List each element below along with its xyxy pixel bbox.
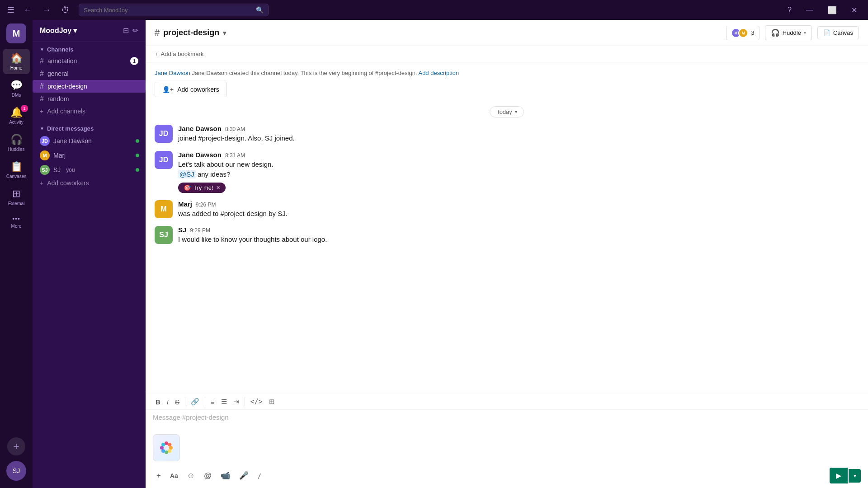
channel-item-general[interactable]: # general	[33, 67, 146, 80]
minimize-button[interactable]: —	[802, 4, 817, 16]
channel-item-annotation[interactable]: # annotation 1	[33, 55, 146, 67]
text-format-button[interactable]: Aa	[166, 470, 182, 481]
compose-button[interactable]: ✏	[132, 26, 138, 35]
dms-icon: 💬	[10, 80, 23, 91]
emoji-button[interactable]: ☺	[184, 469, 198, 482]
dms-section-label: Direct messages	[47, 125, 94, 132]
dm-item-jane[interactable]: JD Jane Dawson	[33, 134, 146, 148]
sidebar-item-huddles[interactable]: 🎧 Huddles	[3, 130, 30, 155]
sidebar-item-dms[interactable]: 💬 DMs	[3, 76, 30, 101]
sidebar-item-canvases[interactable]: 📋 Canvases	[3, 157, 30, 183]
indent-button[interactable]: ⇥	[231, 396, 242, 408]
channel-name: project-design	[47, 83, 87, 90]
sidebar-item-more[interactable]: ••• More	[3, 211, 30, 232]
back-button[interactable]: ←	[20, 4, 35, 17]
plus-icon: +	[40, 179, 43, 187]
dms-section-header[interactable]: ▼ Direct messages	[33, 121, 146, 134]
status-dot-sj	[136, 168, 139, 172]
send-button[interactable]: ▶	[830, 468, 848, 483]
today-pill[interactable]: Today ▾	[490, 106, 524, 117]
message-avatar-m1: JD	[155, 125, 173, 143]
video-button[interactable]: 📹	[217, 469, 234, 482]
dm-item-sj[interactable]: SJ SJ you	[33, 163, 146, 177]
canvas-icon: 📄	[823, 29, 830, 36]
message-author-m3[interactable]: Marj	[178, 200, 192, 208]
canvas-button[interactable]: 📄 Canvas	[817, 26, 859, 39]
ordered-list-button[interactable]: ≡	[208, 396, 217, 408]
channel-name: annotation	[47, 57, 77, 65]
add-coworkers-button[interactable]: 👤+ Add coworkers	[155, 82, 227, 97]
mic-button[interactable]: 🎤	[236, 469, 252, 482]
message-author-m4[interactable]: SJ	[178, 226, 186, 234]
strikethrough-button[interactable]: S	[172, 396, 182, 408]
plus-icon: +	[40, 108, 43, 115]
mention-sj[interactable]: @SJ	[178, 170, 196, 178]
reaction-chip-m2[interactable]: 🎯 Try me! ✕	[178, 183, 226, 193]
sidebar-item-activity[interactable]: 1 🔔 Activity	[3, 103, 30, 128]
channels-section-header[interactable]: ▼ Channels	[33, 42, 146, 55]
message-header-m3: Marj 9:26 PM	[178, 200, 859, 208]
channel-header: # project-design ▾ JD M 3 🎧 Huddle ▾	[146, 20, 868, 46]
today-divider: Today ▾	[155, 106, 859, 117]
bottom-toolbar-left: + Aa ☺ @ 📹 🎤 /	[153, 469, 265, 482]
members-button[interactable]: JD M 3	[726, 26, 759, 40]
table-button[interactable]: ⊞	[266, 396, 278, 408]
add-bookmark-button[interactable]: + Add a bookmark	[155, 51, 203, 57]
link-button[interactable]: 🔗	[188, 396, 202, 408]
hamburger-icon[interactable]: ☰	[7, 5, 14, 15]
send-dropdown-button[interactable]: ▾	[849, 469, 861, 483]
mention-button[interactable]: @	[200, 469, 215, 482]
code-button[interactable]: </>	[248, 396, 265, 408]
sidebar-item-home[interactable]: 🏠 Home	[3, 49, 30, 74]
shortcut-button[interactable]: /	[254, 470, 265, 481]
message-author-m2[interactable]: Jane Dawson	[178, 151, 222, 159]
sidebar-item-external[interactable]: ⊞ External	[3, 184, 30, 210]
channel-name-heading: project-design	[163, 28, 219, 38]
add-channels-button[interactable]: + Add channels	[33, 105, 146, 117]
channel-item-project-design[interactable]: # project-design	[33, 80, 146, 93]
workspace-name[interactable]: MoodJoy ▾	[40, 26, 77, 35]
add-workspace-button[interactable]: +	[7, 437, 25, 455]
hash-icon: #	[40, 70, 44, 78]
filter-button[interactable]: ⊟	[123, 26, 129, 35]
italic-button[interactable]: I	[164, 396, 171, 408]
maximize-button[interactable]: ⬜	[824, 4, 840, 16]
channel-item-random[interactable]: # random	[33, 93, 146, 105]
message-input[interactable]: Message #project-design	[146, 410, 868, 432]
workspace-logo[interactable]: M	[6, 23, 26, 43]
close-button[interactable]: ✕	[848, 4, 861, 16]
status-dot-jane	[136, 139, 139, 143]
channel-title: # project-design ▾	[155, 28, 226, 38]
search-bar[interactable]: 🔍	[79, 4, 269, 16]
user-avatar[interactable]: SJ	[6, 461, 26, 481]
unordered-list-button[interactable]: ☰	[218, 396, 230, 408]
message-text-m1: joined #project-design. Also, SJ joined.	[178, 133, 859, 144]
channels-collapse-arrow: ▼	[40, 47, 44, 52]
dm-item-marj[interactable]: M Marj	[33, 148, 146, 163]
message-content-m3: Marj 9:26 PM was added to #project-desig…	[178, 200, 859, 219]
home-label: Home	[10, 66, 23, 70]
help-button[interactable]: ?	[784, 4, 795, 16]
reaction-icon: 🎯	[184, 184, 191, 191]
message-m3: M Marj 9:26 PM was added to #project-des…	[155, 200, 859, 219]
add-description-link[interactable]: Add description	[418, 70, 459, 76]
members-avatars: JD M	[731, 28, 748, 38]
add-coworkers-sidebar-button[interactable]: + Add coworkers	[33, 177, 146, 189]
canvases-icon: 📋	[10, 161, 23, 173]
separator-3	[245, 397, 245, 406]
huddle-button[interactable]: 🎧 Huddle ▾	[765, 25, 812, 40]
message-author-m1[interactable]: Jane Dawson	[178, 125, 222, 132]
separator-2	[205, 397, 205, 406]
search-icon: 🔍	[256, 6, 264, 14]
forward-button[interactable]: →	[39, 4, 54, 17]
activity-label: Activity	[9, 120, 24, 125]
channel-dropdown-icon[interactable]: ▾	[223, 29, 226, 37]
reaction-close-icon[interactable]: ✕	[216, 185, 220, 191]
message-content-m4: SJ 9:29 PM I would like to know your tho…	[178, 226, 859, 245]
search-input[interactable]	[84, 7, 252, 14]
creator-link[interactable]: Jane Dawson	[155, 70, 190, 76]
attach-button[interactable]: +	[153, 469, 165, 482]
message-time-m1: 8:30 AM	[225, 126, 245, 132]
bold-button[interactable]: B	[153, 396, 163, 408]
history-button[interactable]: ⏱	[58, 4, 73, 17]
